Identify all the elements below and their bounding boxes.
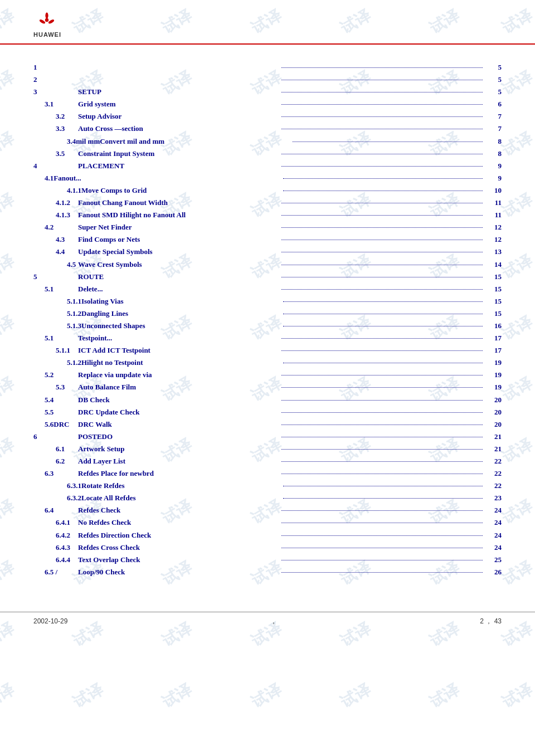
toc-number-24: 5.1.2 bbox=[33, 357, 81, 369]
footer-page: 2 ， 43 bbox=[480, 617, 502, 626]
footer-center: ， bbox=[67, 617, 480, 626]
toc-dots-13 bbox=[281, 227, 483, 228]
toc-entry-26: 5.3Auto Balance Film19 bbox=[33, 381, 502, 393]
toc-title-6: Convert mil and mm bbox=[100, 135, 290, 148]
header: HUAWEI bbox=[0, 0, 535, 45]
toc-dots-26 bbox=[281, 387, 483, 388]
toc-entry-9: 4.1Fanout...9 bbox=[33, 172, 502, 184]
toc-title-7: Constraint Input System bbox=[78, 148, 279, 160]
toc-title-34: Rotate Refdes bbox=[81, 480, 281, 492]
toc-dots-7 bbox=[281, 154, 483, 154]
toc-entry-15: 4.4Update Special Symbols13 bbox=[33, 246, 502, 258]
toc-page-25: 19 bbox=[485, 369, 502, 381]
footer: 2002-10-29 ， 2 ， 43 bbox=[0, 612, 535, 631]
toc-title-32: Add Layer List bbox=[78, 455, 279, 467]
toc-page-15: 13 bbox=[485, 246, 502, 258]
toc-entry-17: 5ROUTE15 bbox=[33, 271, 502, 283]
toc-title-25: Replace via unpdate via bbox=[78, 369, 279, 381]
toc-entry-4: 3.2Setup Advisor7 bbox=[33, 110, 502, 123]
toc-number-2: 3 bbox=[33, 86, 78, 98]
toc-number-37: 6.4.1 bbox=[33, 516, 78, 529]
toc-page-12: 11 bbox=[485, 209, 502, 221]
toc-number-15: 4.4 bbox=[33, 246, 78, 258]
toc-entry-20: 5.1.2Dangling Lines15 bbox=[33, 308, 502, 320]
svg-point-5 bbox=[48, 19, 55, 25]
toc-number-18: 5.1 bbox=[33, 283, 78, 295]
toc-page-33: 22 bbox=[485, 467, 502, 480]
toc-entry-11: 4.1.2Fanout Chang Fanout Width11 bbox=[33, 197, 502, 209]
toc-entry-5: 3.3Auto Cross —section7 bbox=[33, 123, 502, 135]
toc-dots-35 bbox=[283, 498, 483, 499]
toc-number-39: 6.4.3 bbox=[33, 542, 78, 554]
toc-entry-39: 6.4.3Refdes Cross Check24 bbox=[33, 542, 502, 554]
logo-area: HUAWEI bbox=[33, 10, 502, 38]
svg-point-6 bbox=[39, 19, 46, 25]
toc-entry-7: 3.5Constraint Input System8 bbox=[33, 148, 502, 160]
svg-point-4 bbox=[46, 12, 48, 18]
huawei-logo-icon bbox=[33, 10, 60, 30]
toc-number-27: 5.4 bbox=[33, 394, 78, 406]
toc-entry-38: 6.4.2Refdes Direction Check24 bbox=[33, 529, 502, 542]
toc-title-21: Unconnected Shapes bbox=[81, 320, 281, 332]
toc-entry-13: 4.2Super Net Finder12 bbox=[33, 221, 502, 233]
toc-number-9: 4.1Fanout... bbox=[33, 172, 81, 184]
toc-dots-29 bbox=[281, 425, 483, 425]
toc-page-2: 5 bbox=[485, 86, 502, 98]
toc-title-5: Auto Cross —section bbox=[78, 123, 279, 135]
toc-title-28: DRC Update Check bbox=[78, 406, 279, 418]
toc-dots-4 bbox=[281, 116, 483, 117]
toc-page-26: 19 bbox=[485, 381, 502, 393]
toc-page-29: 20 bbox=[485, 418, 502, 431]
toc-title-17: ROUTE bbox=[78, 271, 279, 283]
toc-number-21: 5.1.3 bbox=[33, 320, 81, 332]
toc-title-39: Refdes Cross Check bbox=[78, 542, 279, 554]
toc-number-19: 5.1.1 bbox=[33, 295, 81, 308]
toc-page-35: 23 bbox=[485, 492, 502, 504]
toc-entry-19: 5.1.1Isolating Vias15 bbox=[33, 295, 502, 308]
toc-dots-6 bbox=[293, 142, 483, 142]
toc-page-31: 21 bbox=[485, 443, 502, 455]
toc-entry-14: 4.3Find Comps or Nets12 bbox=[33, 233, 502, 246]
toc-page-30: 21 bbox=[485, 431, 502, 443]
toc-title-2: SETUP bbox=[78, 86, 279, 98]
toc-dots-3 bbox=[281, 104, 483, 105]
toc-page-7: 8 bbox=[485, 148, 502, 160]
toc-dots-15 bbox=[281, 252, 483, 252]
toc-number-32: 6.2 bbox=[33, 455, 78, 467]
toc-number-10: 4.1.1 bbox=[33, 184, 81, 197]
toc-number-38: 6.4.2 bbox=[33, 529, 78, 542]
toc-page-14: 12 bbox=[485, 233, 502, 246]
toc-title-14: Find Comps or Nets bbox=[78, 233, 279, 246]
toc-dots-41 bbox=[281, 572, 483, 573]
toc-page-32: 22 bbox=[485, 455, 502, 467]
toc-entry-34: 6.3.1Rotate Refdes22 bbox=[33, 480, 502, 492]
toc-number-6: 3.4mil mm bbox=[33, 135, 100, 148]
logo-text: HUAWEI bbox=[33, 31, 61, 38]
toc-title-24: Hilight no Testpoint bbox=[81, 357, 281, 369]
toc-title-23: ICT Add ICT Testpoint bbox=[78, 344, 279, 357]
toc-dots-14 bbox=[281, 240, 483, 240]
toc-title-36: Refdes Check bbox=[78, 504, 279, 516]
toc-entry-3: 3.1Grid system6 bbox=[33, 98, 502, 110]
toc-entry-37: 6.4.1No Refdes Check24 bbox=[33, 516, 502, 529]
toc-page-34: 22 bbox=[485, 480, 502, 492]
toc-dots-32 bbox=[281, 461, 483, 462]
toc-number-17: 5 bbox=[33, 271, 78, 283]
toc-entry-6: 3.4mil mmConvert mil and mm8 bbox=[33, 135, 502, 148]
toc-title-41: Loop/90 Check bbox=[78, 566, 279, 578]
toc-title-35: Locate All Refdes bbox=[81, 492, 281, 504]
toc-dots-5 bbox=[281, 129, 483, 129]
toc-entry-30: 6POSTEDO21 bbox=[33, 431, 502, 443]
toc-title-30: POSTEDO bbox=[78, 431, 279, 443]
toc-page-17: 15 bbox=[485, 271, 502, 283]
toc-page-27: 20 bbox=[485, 394, 502, 406]
toc-entry-27: 5.4DB Check20 bbox=[33, 394, 502, 406]
toc-title-37: No Refdes Check bbox=[78, 516, 279, 529]
toc-number-16: 4.5 bbox=[33, 258, 78, 271]
toc-number-25: 5.2 bbox=[33, 369, 78, 381]
toc-dots-38 bbox=[281, 535, 483, 536]
toc-dots-1 bbox=[281, 80, 483, 80]
toc-number-0: 1 bbox=[33, 61, 78, 74]
toc-container: 15253SETUP53.1Grid system63.2Setup Advis… bbox=[0, 45, 535, 601]
toc-title-4: Setup Advisor bbox=[78, 110, 279, 123]
